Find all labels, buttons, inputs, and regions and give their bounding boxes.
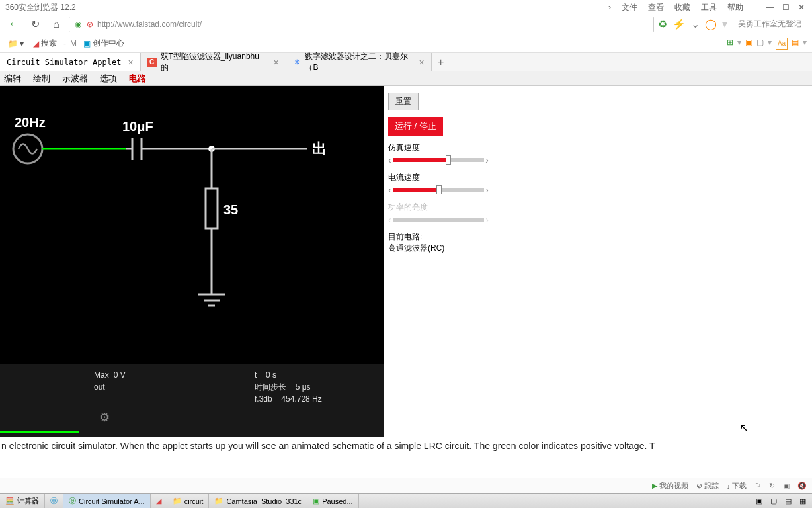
- cursor-icon: ↖: [739, 421, 749, 435]
- tv-icon: ▣: [83, 39, 91, 48]
- slider-right-icon[interactable]: ›: [485, 185, 489, 195]
- info-step: 时间步长 = 5 μs: [255, 381, 376, 393]
- site-icon: ◉: [73, 20, 83, 29]
- menu-edit[interactable]: 编辑: [4, 73, 21, 85]
- search-button[interactable]: ◢搜索: [30, 36, 60, 50]
- shield-icon[interactable]: ▤: [792, 38, 799, 50]
- tab-label: 双T型陷波滤波器_liyuanbhu的: [161, 51, 267, 73]
- menu-options[interactable]: 选项: [100, 73, 117, 85]
- menu-help[interactable]: 帮助: [727, 2, 743, 13]
- menu-scope[interactable]: 示波器: [62, 73, 88, 85]
- task-camtasia[interactable]: 📁Camtasia_Studio_331c: [209, 494, 307, 508]
- progress-indicator: [0, 431, 79, 433]
- tab-circuit-sim[interactable]: Circuit Simulator Applet ×: [0, 53, 141, 71]
- tab-close-icon[interactable]: ×: [273, 57, 278, 67]
- menu-file[interactable]: 文件: [622, 2, 637, 13]
- app-title: 360安全浏览器 12.2: [5, 2, 76, 13]
- folder-icon: 📁: [8, 39, 18, 48]
- info-time: t = 0 s: [255, 369, 376, 381]
- circuit-canvas[interactable]: 20Hz 10μF 出 35: [0, 86, 384, 437]
- tray-icon-2[interactable]: ▢: [768, 496, 779, 507]
- sep-dash: -: [63, 39, 66, 48]
- circuit-svg: 20Hz 10μF 出 35: [0, 86, 384, 364]
- home-button[interactable]: ⌂: [48, 16, 65, 33]
- status-tracker[interactable]: ⊘跟踪: [696, 481, 719, 491]
- slider-right-icon[interactable]: ›: [485, 155, 489, 165]
- flash-icon[interactable]: ♻: [658, 18, 667, 30]
- workspace: 20Hz 10μF 出 35: [0, 86, 812, 437]
- source-freq-label: 20Hz: [15, 115, 46, 130]
- tab-close-icon[interactable]: ×: [128, 57, 133, 67]
- bolt-icon[interactable]: ⚡: [672, 18, 686, 30]
- back-button[interactable]: ←: [5, 16, 22, 33]
- tab-close-icon[interactable]: ×: [419, 57, 424, 67]
- minimize-icon[interactable]: —: [764, 2, 775, 13]
- tray-icon-4[interactable]: ▦: [797, 496, 808, 507]
- info-out: out: [94, 381, 215, 393]
- url-text: http://www.falstad.com/circuit/: [97, 20, 202, 29]
- task-paused[interactable]: ▣Paused...: [307, 494, 358, 508]
- grid-icon[interactable]: ⊞: [727, 38, 733, 50]
- tray-icon-1[interactable]: ▣: [754, 496, 764, 507]
- status-refresh[interactable]: ↻: [769, 482, 775, 490]
- runstop-button[interactable]: 运行 / 停止: [388, 117, 443, 136]
- task-browser[interactable]: ⓔCircuit Simulator A...: [63, 494, 151, 508]
- task-calc[interactable]: 🧮计算器: [0, 494, 45, 508]
- browser-statusbar: ▶我的视频 ⊘跟踪 ↓下载 ⚐ ↻ ▣ 🔇: [0, 478, 812, 493]
- power-brightness-slider: 功率的亮度 ‹ ›: [388, 202, 489, 225]
- tab-label: 数字滤波器设计之二：贝塞尔（B: [305, 51, 412, 73]
- sim-speed-slider[interactable]: 仿真速度 ‹ ›: [388, 142, 489, 165]
- reset-button[interactable]: 重置: [388, 93, 419, 110]
- tab-bessel[interactable]: ❋ 数字滤波器设计之二：贝塞尔（B ×: [286, 53, 432, 71]
- maximize-icon[interactable]: ☐: [780, 2, 791, 13]
- menu-circuits[interactable]: 电路: [129, 73, 146, 85]
- slider-left-icon[interactable]: ‹: [388, 155, 391, 165]
- status-flag[interactable]: ⚐: [754, 482, 761, 490]
- sep: ▾: [722, 18, 727, 30]
- tab-twin-t[interactable]: C 双T型陷波滤波器_liyuanbhu的 ×: [141, 53, 286, 71]
- close-icon[interactable]: ✕: [796, 2, 807, 13]
- download-icon: ↓: [727, 482, 731, 490]
- applet-menubar: 编辑 绘制 示波器 选项 电路: [0, 71, 812, 86]
- dropdown-icon[interactable]: ⌄: [691, 18, 700, 30]
- description-text: n electronic circuit simulator. When the…: [0, 437, 812, 455]
- info-f3db: f.3db = 454.728 Hz: [255, 393, 376, 405]
- navbar: ← ↻ ⌂ ◉ ⊘ http://www.falstad.com/circuit…: [0, 15, 812, 34]
- info-max: Max=0 V: [94, 369, 215, 381]
- ext2-icon[interactable]: ▢: [756, 38, 764, 50]
- sim-speed-label: 仿真速度: [388, 142, 489, 153]
- task-circuit-folder[interactable]: 📁circuit: [167, 494, 210, 508]
- play-icon: ▶: [652, 482, 657, 490]
- menu-draw[interactable]: 绘制: [33, 73, 50, 85]
- m-label[interactable]: M: [70, 39, 77, 48]
- login-label[interactable]: 吴勇工作室无登记: [733, 19, 807, 30]
- status-download[interactable]: ↓下载: [727, 481, 747, 491]
- menu-view[interactable]: 查看: [648, 2, 664, 13]
- current-circuit-label: 目前电路:: [388, 232, 489, 243]
- cap-value-label: 10μF: [122, 119, 153, 134]
- folder-icon: 📁: [214, 497, 223, 505]
- tray-icon-3[interactable]: ▤: [783, 496, 793, 507]
- reload-button[interactable]: ↻: [26, 16, 44, 33]
- status-mute[interactable]: 🔇: [797, 482, 807, 490]
- address-bar[interactable]: ◉ ⊘ http://www.falstad.com/circuit/: [69, 17, 654, 32]
- folder-button[interactable]: 📁▾: [5, 38, 26, 50]
- slider-left-icon[interactable]: ‹: [388, 185, 391, 195]
- menu-tools[interactable]: 工具: [701, 2, 717, 13]
- task-sep2[interactable]: ◢: [151, 494, 167, 508]
- ext1-icon[interactable]: ▣: [745, 38, 752, 50]
- circle-icon[interactable]: ◯: [705, 18, 717, 30]
- status-video[interactable]: ▶我的视频: [652, 481, 688, 491]
- status-expand[interactable]: ▣: [783, 482, 790, 490]
- svg-rect-9: [206, 189, 218, 228]
- block-icon: ⊘: [696, 482, 702, 490]
- new-tab-button[interactable]: +: [432, 53, 450, 71]
- task-sep1[interactable]: ⓔ: [45, 494, 63, 508]
- create-center[interactable]: ▣创作中心: [81, 36, 127, 50]
- aa-icon[interactable]: Aa: [776, 38, 788, 50]
- menu-fav[interactable]: 收藏: [674, 2, 690, 13]
- gear-icon[interactable]: ⚙: [99, 410, 110, 425]
- current-speed-slider[interactable]: 电流速度 ‹ ›: [388, 172, 489, 195]
- chevron-right-icon[interactable]: ›: [608, 3, 611, 12]
- csdn-icon: C: [147, 58, 157, 67]
